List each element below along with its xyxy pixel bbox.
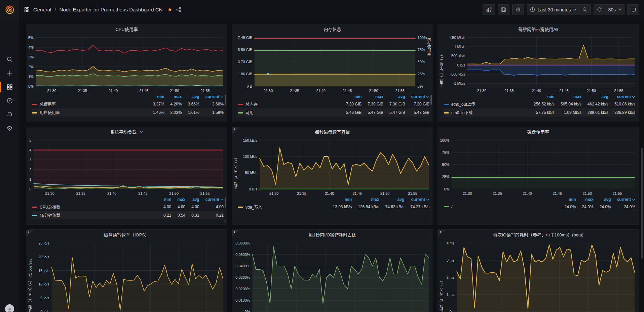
legend-scrollbar[interactable]	[430, 95, 432, 105]
panel-title-text: 内存信息	[324, 26, 341, 32]
sidebar-item-alerting[interactable]	[0, 108, 19, 121]
save-dashboard-button[interactable]	[498, 4, 509, 15]
legend-col-min[interactable]: min	[327, 196, 352, 203]
legend-header-row: minmaxavgcurrent	[237, 93, 429, 100]
legend-col-min[interactable]: min	[157, 196, 171, 203]
legend-swatch	[444, 112, 449, 114]
panel-title-disk-usage[interactable]: 磁盘使用率	[438, 127, 639, 136]
legend-series-2[interactable]: 15分钟负载	[32, 211, 157, 219]
cycle-view-button[interactable]	[627, 4, 639, 15]
legend-col-min[interactable]: min	[340, 93, 362, 100]
sidebar-item-search[interactable]	[0, 53, 19, 66]
panel-info-corner[interactable]	[232, 127, 239, 134]
legend-col-min[interactable]: min	[528, 93, 555, 100]
legend-series-1[interactable]: CPU总核数	[32, 203, 157, 211]
svg-text:21:35: 21:35	[78, 89, 87, 93]
chart-io-latency[interactable]: 4 ms3 ms2 ms1 ms0 s	[438, 230, 639, 312]
legend-col-max[interactable]: max	[171, 196, 185, 203]
sidebar-item-explore[interactable]	[0, 94, 19, 107]
legend-col-max[interactable]: max	[164, 93, 182, 100]
sidebar-item-dashboards[interactable]	[0, 80, 19, 94]
legend-col-current[interactable]: current	[404, 196, 429, 203]
panel-title-system-load[interactable]: 系统平均负载	[26, 127, 227, 136]
breadcrumb-section[interactable]: General	[33, 7, 51, 12]
legend-swatch	[238, 112, 243, 114]
legend-col-avg[interactable]: avg	[594, 196, 611, 203]
legend-col-current[interactable]: current	[608, 93, 635, 100]
legend-header-spacer	[443, 93, 528, 100]
legend-col-current[interactable]: current	[611, 196, 635, 203]
svg-text:21:45: 21:45	[139, 89, 148, 93]
legend-col-max[interactable]: max	[576, 196, 594, 203]
panel-title-memory-info[interactable]: 内存信息	[232, 24, 433, 34]
panel-title-text: 每秒磁盘读写容量	[315, 129, 350, 135]
legend-series-1[interactable]: eth0_out上传	[443, 100, 528, 108]
chart-disk-iops[interactable]: 25 io/s20 io/s15 io/s10 io/s5 io/s0 io/s	[26, 230, 227, 312]
legend-value: 1.46%	[147, 108, 164, 117]
sidebar-item-profile[interactable]	[0, 302, 19, 312]
dashboard-settings-button[interactable]: ⚙	[512, 4, 524, 15]
chevron-down-icon	[632, 96, 635, 98]
panel-title-io-latency[interactable]: 每次IO读写的耗时（参考：小于100ms）(beta)	[438, 230, 639, 239]
legend-col-avg[interactable]: avg	[182, 93, 199, 100]
svg-text:21:30: 21:30	[269, 191, 278, 195]
legend-col-max[interactable]: max	[362, 93, 383, 100]
legend-value: 57.75 kb/s	[528, 108, 555, 117]
legend-col-current[interactable]: current	[199, 196, 224, 203]
sidebar-item-create[interactable]	[0, 66, 19, 80]
legend-series-2[interactable]: 可用	[237, 108, 340, 117]
star-icon[interactable]: ★	[167, 6, 172, 13]
legend-disk-rw-capacity: minmaxavgcurrentvda_写入13.93 kB/s126.84 k…	[237, 196, 429, 225]
legend-col-current[interactable]: current	[199, 93, 224, 100]
legend-series-2[interactable]: eth0_in下载	[443, 108, 528, 117]
legend-col-current[interactable]: current	[405, 93, 429, 100]
panel-info-corner[interactable]	[438, 230, 445, 237]
legend-scrollbar[interactable]	[225, 197, 226, 208]
legend-col-min[interactable]: min	[559, 196, 576, 203]
legend-series-1[interactable]: 总使用率	[32, 100, 147, 108]
dashboard-grid-icon	[24, 7, 30, 13]
legend-col-avg[interactable]: avg	[581, 93, 608, 100]
legend-value: 126.84 kB/s	[352, 203, 379, 211]
legend-series-2[interactable]: 用户使用率	[32, 108, 147, 117]
panel-title-network-bandwidth[interactable]: 每秒网络带宽使用All	[438, 24, 639, 34]
legend-value: 5.47 GiB	[383, 108, 405, 117]
legend-col-avg[interactable]: avg	[185, 196, 199, 203]
panel-title-disk-rw-capacity[interactable]: 每秒磁盘读写容量	[232, 127, 433, 136]
page-scrollbar[interactable]	[641, 148, 643, 259]
legend-series-1[interactable]: vda_写入	[237, 203, 327, 211]
svg-text:21:50: 21:50	[170, 89, 179, 93]
panel-resize-handle[interactable]	[223, 218, 226, 224]
svg-text:21:50: 21:50	[587, 89, 596, 93]
legend-series-1[interactable]: 总内存	[237, 100, 340, 108]
legend-value: 4.00	[185, 203, 199, 211]
panel-info-corner[interactable]	[232, 230, 239, 237]
zoom-out-button[interactable]	[579, 4, 591, 15]
dashboard-grid: CPU使用率5%4%3%2%1%0%21:3021:3521:4021:4521…	[19, 19, 644, 312]
panel-title-cpu-usage[interactable]: CPU使用率	[26, 24, 227, 34]
panel-title-io-time-ratio[interactable]: 每1秒内I/O操作耗时占比	[232, 230, 433, 239]
legend-col-max[interactable]: max	[352, 196, 379, 203]
refresh-button[interactable]	[594, 4, 605, 15]
chart-io-time-ratio[interactable]: 0.0600%0.0500%0.0400%0.0300%0.0200%0.010…	[232, 230, 433, 312]
svg-text:21:40: 21:40	[107, 191, 116, 195]
svg-text:5: 5	[29, 138, 31, 142]
sidebar-item-configuration[interactable]: ⚙	[0, 122, 19, 135]
refresh-interval-picker[interactable]: 30s	[605, 4, 624, 15]
legend-series-1[interactable]: /	[443, 203, 559, 211]
add-panel-button[interactable]	[483, 4, 495, 15]
panel-title-disk-iops[interactable]: 磁盘读写速率（IOPS）	[26, 230, 227, 239]
legend-col-min[interactable]: min	[147, 93, 164, 100]
legend-swatch	[32, 207, 37, 208]
share-icon[interactable]	[176, 7, 182, 12]
time-range-picker[interactable]: Last 30 minutes	[527, 4, 579, 15]
panel-info-corner[interactable]	[26, 230, 34, 237]
legend-col-avg[interactable]: avg	[379, 196, 405, 203]
grafana-logo[interactable]	[0, 0, 19, 19]
legend-value: 4.00	[171, 203, 185, 211]
legend-scrollbar[interactable]	[225, 95, 226, 105]
legend-col-max[interactable]: max	[555, 93, 581, 100]
legend-col-avg[interactable]: avg	[383, 93, 405, 100]
page-title[interactable]: Node Exporter for Prometheus Dashboard C…	[60, 7, 163, 12]
svg-text:0 s: 0 s	[450, 310, 455, 312]
